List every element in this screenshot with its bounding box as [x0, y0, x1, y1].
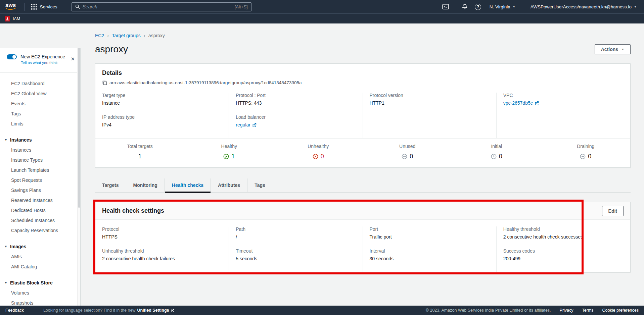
unified-settings-link[interactable]: Unified Settings	[137, 308, 174, 313]
tab-monitoring[interactable]: Monitoring	[126, 178, 165, 192]
sidebar-section-elastic-block-store[interactable]: ▼Elastic Block Store	[0, 278, 80, 288]
sidebar-item-events[interactable]: Events	[0, 99, 80, 109]
field-label: Port	[370, 226, 490, 232]
breadcrumb-target-groups-link[interactable]: Target groups	[112, 33, 141, 38]
target-counts-row: Total targets 1 Healthy 1 Unhealthy 0	[95, 138, 630, 167]
unhealthy-count: Unhealthy 0	[274, 144, 363, 160]
nav-divider	[455, 3, 455, 11]
terms-link[interactable]: Terms	[582, 308, 594, 313]
feedback-link[interactable]: Feedback	[5, 308, 24, 313]
chevron-down-icon: ▼	[513, 5, 515, 8]
hc-healthy-threshold-value: 2 consecutive health check successes	[503, 234, 624, 240]
sidebar-item-amis[interactable]: AMIs	[0, 252, 80, 262]
page-title: asproxy	[95, 44, 128, 55]
sidebar-item-spot-requests[interactable]: Spot Requests	[0, 175, 80, 185]
cloudshell-terminal-icon	[442, 4, 449, 10]
notifications-button[interactable]	[459, 0, 471, 13]
new-experience-toggle[interactable]	[7, 54, 17, 59]
chevron-down-icon: ▼	[4, 245, 7, 248]
field-label: Path	[236, 226, 356, 232]
footer: Feedback Looking for language selection?…	[0, 306, 644, 315]
field-label: IP address type	[102, 114, 222, 120]
search-input[interactable]	[83, 4, 232, 9]
privacy-link[interactable]: Privacy	[560, 308, 573, 313]
field-label: Unhealthy threshold	[102, 248, 222, 254]
chevron-right-icon: ›	[107, 33, 109, 38]
sidebar-item-snapshots[interactable]: Snapshots	[0, 298, 80, 306]
copyright-text: © 2023, Amazon Web Services India Privat…	[426, 308, 551, 313]
field-label: Timeout	[236, 248, 356, 254]
field-label: Target type	[102, 93, 222, 98]
hc-path-value: /	[236, 234, 356, 240]
help-button[interactable]: ?	[472, 0, 484, 13]
new-experience-label: New EC2 Experience	[20, 54, 65, 59]
details-heading: Details	[95, 64, 630, 76]
sidebar-section-instances[interactable]: ▼Instances	[0, 135, 80, 145]
hc-unhealthy-threshold-value: 2 consecutive health check failures	[102, 256, 222, 261]
total-targets-count: Total targets 1	[95, 144, 185, 160]
healthy-check-icon	[223, 154, 229, 159]
language-selection-note: Looking for language selection? Find it …	[43, 308, 174, 313]
hc-success-codes-value: 200-499	[503, 256, 624, 261]
sidebar-section-images[interactable]: ▼Images	[0, 242, 80, 252]
close-icon[interactable]: ✕	[71, 56, 75, 62]
tab-health-checks[interactable]: Health checks	[165, 178, 211, 192]
copy-icon[interactable]	[102, 80, 107, 85]
sidebar-item-limits[interactable]: Limits	[0, 119, 80, 129]
edit-button[interactable]: Edit	[602, 206, 624, 216]
scrollbar-thumb[interactable]	[78, 48, 80, 208]
initial-clock-icon	[491, 154, 497, 159]
load-balancer-link[interactable]: regular	[236, 122, 257, 127]
cloudshell-button[interactable]	[440, 0, 452, 13]
tell-us-link[interactable]: Tell us what you think	[21, 61, 74, 65]
field-label: Protocol : Port	[236, 93, 356, 98]
sidebar-panel: New EC2 Experience Tell us what you thin…	[0, 48, 81, 306]
chevron-down-icon: ▼	[622, 48, 624, 51]
tab-tags[interactable]: Tags	[247, 178, 272, 192]
favorite-iam-link[interactable]: IAM	[13, 16, 20, 21]
actions-button[interactable]: Actions ▼	[595, 44, 631, 54]
sidebar-item-ami-catalog[interactable]: AMI Catalog	[0, 262, 80, 272]
health-check-settings-card: Health check settings Edit ProtocolHTTPS…	[95, 202, 631, 272]
sidebar-item-instances[interactable]: Instances	[0, 145, 80, 155]
chevron-down-icon: ▼	[4, 138, 7, 142]
chevron-down-icon: ▼	[4, 281, 7, 284]
tab-bar: Targets Monitoring Health checks Attribu…	[95, 178, 631, 193]
region-selector[interactable]: N. Virginia ▼	[486, 0, 519, 13]
cookie-preferences-link[interactable]: Cookie preferences	[602, 308, 639, 313]
hc-timeout-value: 5 seconds	[236, 256, 356, 261]
field-label: Protocol	[102, 226, 222, 232]
tab-targets[interactable]: Targets	[95, 178, 126, 192]
health-check-fields-grid: ProtocolHTTPS Unhealthy threshold2 conse…	[95, 220, 630, 272]
services-grid-icon	[31, 4, 37, 10]
nav-divider	[436, 3, 436, 11]
breadcrumb-ec2-link[interactable]: EC2	[95, 33, 104, 38]
sidebar-item-launch-templates[interactable]: Launch Templates	[0, 165, 80, 175]
sidebar-item-capacity-reservations[interactable]: Capacity Reservations	[0, 225, 80, 235]
vpc-link[interactable]: vpc-2657db5c	[503, 100, 539, 106]
sidebar-item-reserved-instances[interactable]: Reserved Instances	[0, 195, 80, 205]
tab-attributes[interactable]: Attributes	[211, 178, 247, 192]
toggle-knob	[12, 55, 16, 59]
sidebar-scrollbar[interactable]	[77, 48, 80, 306]
target-group-arn: arn:aws:elasticloadbalancing:us-east-1:3…	[109, 80, 302, 85]
aws-logo[interactable]: aws	[5, 3, 16, 10]
services-button[interactable]: Services	[27, 0, 62, 13]
sidebar-item-ec2-global-view[interactable]: EC2 Global View	[0, 89, 80, 99]
hc-port-value: Traffic port	[370, 234, 490, 240]
account-menu[interactable]: AWSPowerUserAccess/navaneeth.kn@harness.…	[526, 0, 641, 13]
sidebar-item-ec2-dashboard[interactable]: EC2 Dashboard	[0, 78, 80, 89]
sidebar-item-scheduled-instances[interactable]: Scheduled Instances	[0, 215, 80, 225]
main-content: EC2 › Target groups › asproxy asproxy Ac…	[81, 23, 644, 306]
sidebar-item-tags[interactable]: Tags	[0, 109, 80, 119]
details-card: Details arn:aws:elasticloadbalancing:us-…	[95, 63, 631, 168]
sidebar-nav-list: EC2 Dashboard EC2 Global View Events Tag…	[0, 72, 80, 306]
sidebar-item-savings-plans[interactable]: Savings Plans	[0, 185, 80, 195]
sidebar-item-volumes[interactable]: Volumes	[0, 288, 80, 298]
external-link-icon	[252, 123, 257, 127]
protocol-version-value: HTTP1	[370, 100, 490, 106]
sidebar-item-dedicated-hosts[interactable]: Dedicated Hosts	[0, 205, 80, 215]
aws-logo-text: aws	[5, 3, 16, 8]
sidebar-item-instance-types[interactable]: Instance Types	[0, 155, 80, 165]
global-search-box[interactable]: [Alt+S]	[72, 2, 251, 11]
